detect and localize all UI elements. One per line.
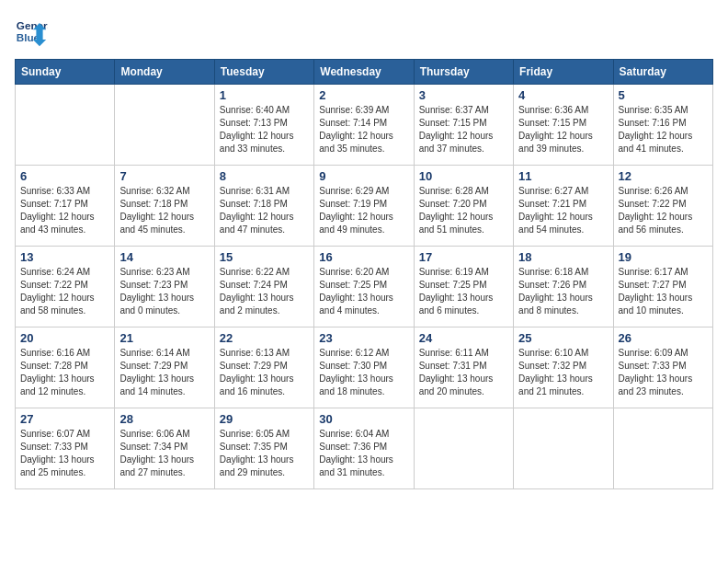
day-number: 2 [319,88,408,102]
weekday-header-cell: Sunday [16,60,115,85]
calendar-day-cell: 19Sunrise: 6:17 AMSunset: 7:27 PMDayligh… [613,247,712,327]
day-info: Sunrise: 6:23 AMSunset: 7:23 PMDaylight:… [119,266,209,317]
day-info: Sunrise: 6:27 AMSunset: 7:21 PMDaylight:… [518,185,608,236]
day-info: Sunrise: 6:17 AMSunset: 7:27 PMDaylight:… [619,266,708,317]
day-number: 28 [119,412,209,426]
day-number: 7 [119,169,209,183]
day-info: Sunrise: 6:35 AMSunset: 7:16 PMDaylight:… [619,104,708,155]
day-info: Sunrise: 6:39 AMSunset: 7:14 PMDaylight:… [319,104,408,155]
day-number: 3 [419,88,508,102]
calendar-day-cell: 29Sunrise: 6:05 AMSunset: 7:35 PMDayligh… [214,408,313,489]
calendar-day-cell: 1Sunrise: 6:40 AMSunset: 7:13 PMDaylight… [214,85,313,166]
calendar-day-cell: 20Sunrise: 6:16 AMSunset: 7:28 PMDayligh… [16,327,115,408]
calendar-day-cell: 28Sunrise: 6:06 AMSunset: 7:34 PMDayligh… [115,408,214,489]
day-number: 14 [119,250,209,264]
day-info: Sunrise: 6:28 AMSunset: 7:20 PMDaylight:… [419,185,508,236]
day-number: 25 [518,331,608,345]
day-number: 16 [319,250,408,264]
calendar-day-cell: 16Sunrise: 6:20 AMSunset: 7:25 PMDayligh… [314,247,414,327]
day-info: Sunrise: 6:18 AMSunset: 7:26 PMDaylight:… [518,266,608,317]
day-number: 19 [619,250,708,264]
day-info: Sunrise: 6:31 AMSunset: 7:18 PMDaylight:… [220,185,309,236]
calendar-day-cell: 25Sunrise: 6:10 AMSunset: 7:32 PMDayligh… [514,327,613,408]
calendar-day-cell [115,85,214,166]
calendar-week-row: 6Sunrise: 6:33 AMSunset: 7:17 PMDaylight… [16,166,713,247]
calendar-day-cell: 18Sunrise: 6:18 AMSunset: 7:26 PMDayligh… [514,247,613,327]
calendar-day-cell: 22Sunrise: 6:13 AMSunset: 7:29 PMDayligh… [214,327,313,408]
day-info: Sunrise: 6:24 AMSunset: 7:22 PMDaylight:… [20,266,109,317]
calendar-week-row: 27Sunrise: 6:07 AMSunset: 7:33 PMDayligh… [16,408,713,489]
calendar-week-row: 1Sunrise: 6:40 AMSunset: 7:13 PMDaylight… [16,85,713,166]
calendar-table: SundayMondayTuesdayWednesdayThursdayFrid… [15,59,713,489]
calendar-day-cell: 5Sunrise: 6:35 AMSunset: 7:16 PMDaylight… [613,85,712,166]
day-info: Sunrise: 6:04 AMSunset: 7:36 PMDaylight:… [319,428,408,479]
weekday-header-cell: Friday [514,60,613,85]
day-number: 24 [419,331,508,345]
calendar-day-cell: 24Sunrise: 6:11 AMSunset: 7:31 PMDayligh… [414,327,513,408]
calendar-day-cell: 21Sunrise: 6:14 AMSunset: 7:29 PMDayligh… [115,327,214,408]
day-number: 27 [20,412,109,426]
day-number: 8 [220,169,309,183]
calendar-day-cell: 6Sunrise: 6:33 AMSunset: 7:17 PMDaylight… [16,166,115,247]
calendar-day-cell: 12Sunrise: 6:26 AMSunset: 7:22 PMDayligh… [613,166,712,247]
day-info: Sunrise: 6:14 AMSunset: 7:29 PMDaylight:… [119,347,209,398]
weekday-header-row: SundayMondayTuesdayWednesdayThursdayFrid… [16,60,713,85]
day-number: 21 [119,331,209,345]
calendar-day-cell: 2Sunrise: 6:39 AMSunset: 7:14 PMDaylight… [314,85,414,166]
day-info: Sunrise: 6:37 AMSunset: 7:15 PMDaylight:… [419,104,508,155]
day-info: Sunrise: 6:05 AMSunset: 7:35 PMDaylight:… [220,428,309,479]
calendar-day-cell: 14Sunrise: 6:23 AMSunset: 7:23 PMDayligh… [115,247,214,327]
day-number: 26 [619,331,708,345]
weekday-header-cell: Tuesday [214,60,313,85]
calendar-day-cell: 3Sunrise: 6:37 AMSunset: 7:15 PMDaylight… [414,85,513,166]
day-number: 20 [20,331,109,345]
calendar-day-cell: 17Sunrise: 6:19 AMSunset: 7:25 PMDayligh… [414,247,513,327]
calendar-body: 1Sunrise: 6:40 AMSunset: 7:13 PMDaylight… [16,85,713,489]
calendar-day-cell [16,85,115,166]
day-info: Sunrise: 6:20 AMSunset: 7:25 PMDaylight:… [319,266,408,317]
day-number: 30 [319,412,408,426]
day-info: Sunrise: 6:29 AMSunset: 7:19 PMDaylight:… [319,185,408,236]
day-number: 17 [419,250,508,264]
calendar-day-cell [414,408,513,489]
calendar-week-row: 13Sunrise: 6:24 AMSunset: 7:22 PMDayligh… [16,247,713,327]
day-number: 23 [319,331,408,345]
day-number: 5 [619,88,708,102]
page-header: General Blue [15,15,713,48]
weekday-header-cell: Saturday [613,60,712,85]
day-number: 10 [419,169,508,183]
day-info: Sunrise: 6:36 AMSunset: 7:15 PMDaylight:… [518,104,608,155]
day-info: Sunrise: 6:11 AMSunset: 7:31 PMDaylight:… [419,347,508,398]
calendar-day-cell: 7Sunrise: 6:32 AMSunset: 7:18 PMDaylight… [115,166,214,247]
day-info: Sunrise: 6:09 AMSunset: 7:33 PMDaylight:… [619,347,708,398]
day-info: Sunrise: 6:40 AMSunset: 7:13 PMDaylight:… [220,104,309,155]
day-info: Sunrise: 6:12 AMSunset: 7:30 PMDaylight:… [319,347,408,398]
calendar-day-cell [613,408,712,489]
day-number: 6 [20,169,109,183]
calendar-day-cell: 11Sunrise: 6:27 AMSunset: 7:21 PMDayligh… [514,166,613,247]
day-number: 29 [220,412,309,426]
calendar-day-cell: 23Sunrise: 6:12 AMSunset: 7:30 PMDayligh… [314,327,414,408]
day-info: Sunrise: 6:10 AMSunset: 7:32 PMDaylight:… [518,347,608,398]
calendar-day-cell: 27Sunrise: 6:07 AMSunset: 7:33 PMDayligh… [16,408,115,489]
svg-text:General: General [17,19,48,31]
day-number: 1 [220,88,309,102]
day-info: Sunrise: 6:19 AMSunset: 7:25 PMDaylight:… [419,266,508,317]
day-number: 22 [220,331,309,345]
day-number: 9 [319,169,408,183]
logo-icon: General Blue [15,15,48,48]
day-info: Sunrise: 6:07 AMSunset: 7:33 PMDaylight:… [20,428,109,479]
day-number: 11 [518,169,608,183]
calendar-day-cell: 9Sunrise: 6:29 AMSunset: 7:19 PMDaylight… [314,166,414,247]
calendar-day-cell [514,408,613,489]
calendar-day-cell: 30Sunrise: 6:04 AMSunset: 7:36 PMDayligh… [314,408,414,489]
day-number: 12 [619,169,708,183]
day-info: Sunrise: 6:26 AMSunset: 7:22 PMDaylight:… [619,185,708,236]
calendar-day-cell: 4Sunrise: 6:36 AMSunset: 7:15 PMDaylight… [514,85,613,166]
calendar-day-cell: 13Sunrise: 6:24 AMSunset: 7:22 PMDayligh… [16,247,115,327]
calendar-day-cell: 10Sunrise: 6:28 AMSunset: 7:20 PMDayligh… [414,166,513,247]
day-number: 4 [518,88,608,102]
day-info: Sunrise: 6:13 AMSunset: 7:29 PMDaylight:… [220,347,309,398]
day-info: Sunrise: 6:33 AMSunset: 7:17 PMDaylight:… [20,185,109,236]
weekday-header-cell: Wednesday [314,60,414,85]
